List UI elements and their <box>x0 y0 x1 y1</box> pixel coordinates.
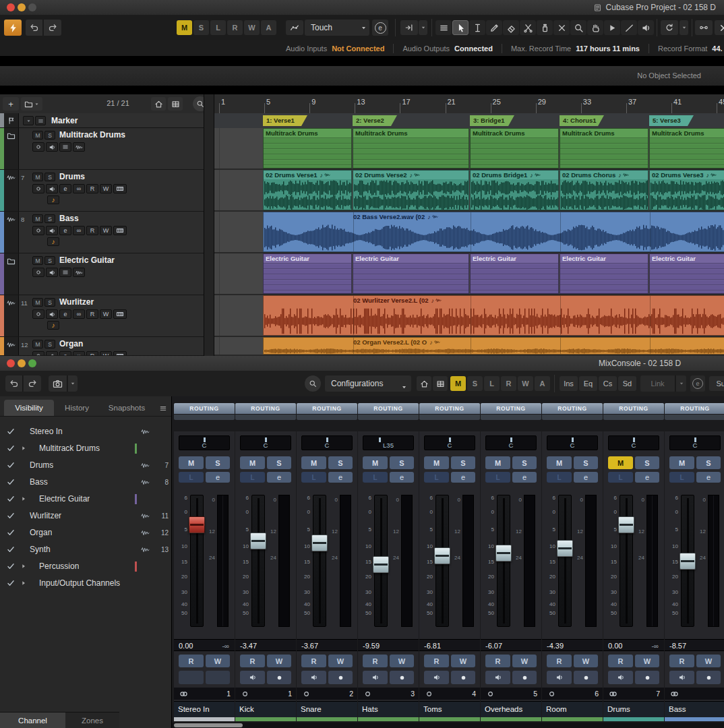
channel-name-toms[interactable]: Toms <box>419 701 480 717</box>
routing-header-bass[interactable]: ROUTING <box>665 403 724 414</box>
record-enable-button-snare[interactable] <box>328 671 353 684</box>
routing-header-drums[interactable]: ROUTING <box>603 403 664 414</box>
mix-undo-button[interactable] <box>5 375 23 392</box>
expand-arrow-icon[interactable] <box>21 580 26 586</box>
time-ruler[interactable]: 159131721252933374145 <box>214 94 724 114</box>
snapshot-camera-button[interactable] <box>49 375 67 392</box>
clip-02-wurlitzer-verse2-l-02[interactable]: 02 Wurlitzer Verse2.L (02♪ <box>263 295 724 336</box>
snap-type-button[interactable] <box>695 20 713 35</box>
channel-name-hats[interactable]: Hats <box>358 701 419 717</box>
monitor-button-kick[interactable] <box>240 671 265 684</box>
track-mute-button[interactable]: M <box>32 131 43 140</box>
visibility-row-bass[interactable]: Bass8 <box>0 474 171 491</box>
clip-multitrack-drums[interactable]: Multitrack Drums <box>649 128 724 169</box>
channel-name-drums[interactable]: Drums <box>603 701 664 717</box>
minimize-window-button[interactable] <box>18 359 26 367</box>
visible-check-icon[interactable] <box>7 579 15 587</box>
asio-power-button[interactable] <box>4 20 22 36</box>
monitor-button-stereo-in[interactable] <box>179 671 204 684</box>
mix-automation-w-button[interactable]: W <box>518 376 533 391</box>
write-automation-button[interactable]: W <box>100 309 112 319</box>
clip-02-drums-verse1[interactable]: 02 Drums Verse1♪ <box>263 170 352 210</box>
clip-02-drums-verse2[interactable]: 02 Drums Verse2♪ <box>353 170 469 210</box>
fader-cap-toms[interactable] <box>434 547 450 564</box>
pan-control-stereo-in[interactable]: C <box>179 435 230 450</box>
keyboard-icon-button[interactable] <box>113 351 127 356</box>
record-enable-button-drums[interactable] <box>635 671 659 684</box>
suspend-button[interactable]: Sus <box>709 376 724 391</box>
record-enable-button[interactable] <box>32 226 44 235</box>
visible-check-icon[interactable] <box>7 512 15 520</box>
pan-control-snare[interactable]: C <box>301 435 353 450</box>
track-presets-home-button[interactable] <box>151 97 166 111</box>
clip-multitrack-drums[interactable]: Multitrack Drums <box>560 128 648 169</box>
pan-control-bass[interactable]: C <box>669 435 721 450</box>
clip-electric-guitar[interactable]: Electric Guitar <box>263 253 352 294</box>
clip-02-drums-verse3[interactable]: 02 Drums Verse3♪ <box>649 170 724 210</box>
record-enable-button[interactable] <box>32 268 44 277</box>
write-automation-button[interactable]: W <box>100 226 112 235</box>
clip-02-bass-verse2-wav-02[interactable]: 02 Bass Verse2.wav (02♪ <box>263 212 724 252</box>
visible-check-icon[interactable] <box>7 444 15 452</box>
marker-flag-5-verse3[interactable]: 5: Verse3 <box>649 115 694 126</box>
fader-cap-kick[interactable] <box>250 533 266 549</box>
edit-channel-button-overheads[interactable]: e <box>512 472 537 483</box>
visible-check-icon[interactable] <box>7 478 15 486</box>
track-solo-button[interactable]: S <box>44 340 55 348</box>
monitor-button[interactable] <box>46 351 58 356</box>
rack-bypass-cs-button[interactable]: Cs <box>599 376 617 391</box>
clip-multitrack-drums[interactable]: Multitrack Drums <box>263 128 352 169</box>
tab-snapshots[interactable]: Snapshots <box>100 400 154 416</box>
clip-multitrack-drums[interactable]: Multitrack Drums <box>470 128 559 169</box>
track-solo-button[interactable]: S <box>44 256 55 265</box>
write-automation-button[interactable]: W <box>100 351 112 356</box>
write-automation-stereo-in[interactable]: W <box>206 655 230 667</box>
link-button[interactable]: Link <box>640 375 675 392</box>
clip-02-drums-bridge1[interactable]: 02 Drums Bridge1♪ <box>470 170 559 210</box>
edit-channel-button-snare[interactable]: e <box>328 472 353 483</box>
fader-track-drums[interactable] <box>620 495 633 627</box>
routing-header-snare[interactable]: ROUTING <box>297 403 357 414</box>
read-automation-snare[interactable]: R <box>301 655 326 667</box>
edit-channel-button[interactable]: e <box>59 351 71 356</box>
clip-electric-guitar[interactable]: Electric Guitar <box>560 253 648 294</box>
add-track-button[interactable]: + <box>3 97 19 111</box>
edit-channel-button[interactable]: e <box>59 309 71 319</box>
fader-track-kick[interactable] <box>251 495 265 627</box>
record-enable-button-stereo-in[interactable] <box>206 671 230 684</box>
write-automation-toms[interactable]: W <box>451 655 475 667</box>
visibility-row-percussion[interactable]: Percussion <box>0 558 171 575</box>
undo-button[interactable] <box>26 20 43 36</box>
project-automation-m-button[interactable]: M <box>177 20 192 35</box>
monitor-button-room[interactable] <box>547 671 572 684</box>
mixer-h-scrollbar[interactable] <box>172 723 724 728</box>
channel-name-bass[interactable]: Bass <box>665 701 724 717</box>
visibility-row-stereo-in[interactable]: Stereo In <box>0 423 171 440</box>
solo-button-overheads[interactable]: S <box>512 456 537 469</box>
track-row-electric-guitar[interactable]: MSElectric Guitar <box>0 253 204 295</box>
write-automation-bass[interactable]: W <box>696 655 721 667</box>
fader-track-stereo-in[interactable] <box>190 495 204 627</box>
mix-automation-a-button[interactable]: A <box>535 376 550 391</box>
fader-track-snare[interactable] <box>313 495 326 627</box>
configurations-select[interactable]: Configurations <box>325 375 411 392</box>
split-tool-button[interactable] <box>520 20 536 35</box>
routing-header-kick[interactable]: ROUTING <box>235 403 296 414</box>
mix-view-settings-button[interactable] <box>433 376 448 391</box>
solo-button-drums[interactable]: S <box>635 456 659 469</box>
link-options-button[interactable] <box>676 375 686 392</box>
automation-mode-select[interactable]: Touch <box>305 20 369 36</box>
routing-header-room[interactable]: ROUTING <box>542 403 603 414</box>
record-enable-button[interactable] <box>32 142 44 152</box>
listen-button-bass[interactable]: L <box>669 472 694 483</box>
monitor-button-toms[interactable] <box>424 671 449 684</box>
record-enable-button[interactable] <box>32 184 44 193</box>
rack-bypass-ins-button[interactable]: Ins <box>560 376 578 391</box>
monitor-button-drums[interactable] <box>608 671 633 684</box>
mute-button-bass[interactable]: M <box>669 456 694 469</box>
edit-channel-button-stereo-in[interactable]: e <box>206 472 230 483</box>
pan-control-drums[interactable]: C <box>608 435 659 450</box>
monitor-button[interactable] <box>46 309 58 319</box>
monitor-button[interactable] <box>46 142 58 152</box>
monitor-button-overheads[interactable] <box>485 671 510 684</box>
